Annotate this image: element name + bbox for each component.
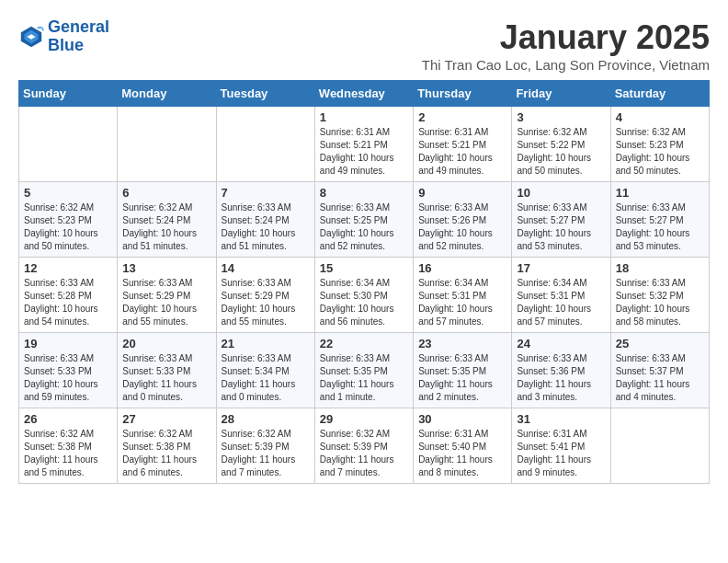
- day-info: Sunrise: 6:32 AMSunset: 5:39 PMDaylight:…: [222, 428, 310, 479]
- weekday-header-saturday: Saturday: [610, 81, 709, 107]
- day-info: Sunrise: 6:33 AMSunset: 5:33 PMDaylight:…: [24, 352, 112, 404]
- weekday-header-row: SundayMondayTuesdayWednesdayThursdayFrid…: [19, 81, 710, 107]
- day-info: Sunrise: 6:31 AMSunset: 5:40 PMDaylight:…: [418, 428, 506, 479]
- day-number: 21: [222, 337, 310, 350]
- page-header: General Blue January 2025 Thi Tran Cao L…: [18, 18, 710, 73]
- day-info: Sunrise: 6:34 AMSunset: 5:31 PMDaylight:…: [418, 277, 506, 328]
- day-number: 25: [616, 337, 704, 350]
- day-info: Sunrise: 6:31 AMSunset: 5:21 PMDaylight:…: [320, 126, 408, 178]
- calendar-cell: 21Sunrise: 6:33 AMSunset: 5:34 PMDayligh…: [216, 333, 314, 408]
- day-number: 6: [122, 186, 210, 200]
- weekday-header-sunday: Sunday: [19, 81, 118, 107]
- day-number: 11: [616, 186, 704, 200]
- day-info: Sunrise: 6:33 AMSunset: 5:35 PMDaylight:…: [320, 352, 408, 404]
- day-info: Sunrise: 6:33 AMSunset: 5:26 PMDaylight:…: [418, 201, 506, 253]
- day-number: 23: [418, 337, 506, 350]
- calendar-cell: 4Sunrise: 6:32 AMSunset: 5:23 PMDaylight…: [610, 107, 709, 182]
- day-number: 19: [24, 337, 112, 350]
- day-number: 10: [517, 186, 605, 200]
- day-info: Sunrise: 6:31 AMSunset: 5:41 PMDaylight:…: [517, 428, 605, 479]
- day-info: Sunrise: 6:31 AMSunset: 5:21 PMDaylight:…: [418, 126, 506, 178]
- day-info: Sunrise: 6:33 AMSunset: 5:24 PMDaylight:…: [222, 201, 310, 253]
- calendar-cell: 11Sunrise: 6:33 AMSunset: 5:27 PMDayligh…: [610, 182, 709, 258]
- calendar-cell: 31Sunrise: 6:31 AMSunset: 5:41 PMDayligh…: [512, 408, 610, 484]
- weekday-header-thursday: Thursday: [414, 81, 512, 107]
- calendar-cell: [216, 107, 314, 182]
- calendar-table: SundayMondayTuesdayWednesdayThursdayFrid…: [18, 80, 710, 484]
- day-info: Sunrise: 6:33 AMSunset: 5:34 PMDaylight:…: [222, 352, 310, 404]
- weekday-header-tuesday: Tuesday: [216, 81, 314, 107]
- calendar-cell: 20Sunrise: 6:33 AMSunset: 5:33 PMDayligh…: [118, 333, 216, 408]
- day-number: 12: [24, 261, 112, 275]
- day-info: Sunrise: 6:34 AMSunset: 5:30 PMDaylight:…: [320, 277, 408, 328]
- day-info: Sunrise: 6:33 AMSunset: 5:29 PMDaylight:…: [222, 277, 310, 328]
- calendar-cell: 12Sunrise: 6:33 AMSunset: 5:28 PMDayligh…: [19, 258, 118, 333]
- day-info: Sunrise: 6:32 AMSunset: 5:24 PMDaylight:…: [122, 201, 210, 253]
- day-info: Sunrise: 6:32 AMSunset: 5:39 PMDaylight:…: [320, 428, 408, 479]
- day-number: 8: [320, 186, 408, 200]
- day-info: Sunrise: 6:33 AMSunset: 5:33 PMDaylight:…: [122, 352, 210, 404]
- weekday-header-wednesday: Wednesday: [314, 81, 413, 107]
- day-info: Sunrise: 6:33 AMSunset: 5:35 PMDaylight:…: [418, 352, 506, 404]
- calendar-cell: 8Sunrise: 6:33 AMSunset: 5:25 PMDaylight…: [314, 182, 413, 258]
- calendar-cell: 28Sunrise: 6:32 AMSunset: 5:39 PMDayligh…: [216, 408, 314, 484]
- calendar-cell: 6Sunrise: 6:32 AMSunset: 5:24 PMDaylight…: [118, 182, 216, 258]
- day-number: 2: [418, 110, 506, 124]
- calendar-cell: 2Sunrise: 6:31 AMSunset: 5:21 PMDaylight…: [414, 107, 512, 182]
- day-number: 9: [418, 186, 506, 200]
- calendar-cell: [610, 408, 709, 484]
- day-number: 24: [517, 337, 605, 350]
- day-number: 28: [222, 412, 310, 426]
- day-info: Sunrise: 6:32 AMSunset: 5:38 PMDaylight:…: [122, 428, 210, 479]
- day-info: Sunrise: 6:33 AMSunset: 5:27 PMDaylight:…: [616, 201, 704, 253]
- calendar-cell: 16Sunrise: 6:34 AMSunset: 5:31 PMDayligh…: [414, 258, 512, 333]
- calendar-cell: 9Sunrise: 6:33 AMSunset: 5:26 PMDaylight…: [414, 182, 512, 258]
- day-info: Sunrise: 6:32 AMSunset: 5:38 PMDaylight:…: [24, 428, 112, 479]
- day-number: 22: [320, 337, 408, 350]
- day-info: Sunrise: 6:33 AMSunset: 5:27 PMDaylight:…: [517, 201, 605, 253]
- calendar-cell: 15Sunrise: 6:34 AMSunset: 5:30 PMDayligh…: [314, 258, 413, 333]
- calendar-cell: 29Sunrise: 6:32 AMSunset: 5:39 PMDayligh…: [314, 408, 413, 484]
- day-number: 31: [517, 412, 605, 426]
- day-info: Sunrise: 6:32 AMSunset: 5:22 PMDaylight:…: [517, 126, 605, 178]
- day-number: 20: [122, 337, 210, 350]
- calendar-cell: 27Sunrise: 6:32 AMSunset: 5:38 PMDayligh…: [118, 408, 216, 484]
- day-number: 1: [320, 110, 408, 124]
- day-info: Sunrise: 6:32 AMSunset: 5:23 PMDaylight:…: [24, 201, 112, 253]
- calendar-cell: [19, 107, 118, 182]
- calendar-cell: 10Sunrise: 6:33 AMSunset: 5:27 PMDayligh…: [512, 182, 610, 258]
- day-number: 4: [616, 110, 704, 124]
- logo-icon: [18, 24, 44, 50]
- day-info: Sunrise: 6:32 AMSunset: 5:23 PMDaylight:…: [616, 126, 704, 178]
- calendar-cell: 17Sunrise: 6:34 AMSunset: 5:31 PMDayligh…: [512, 258, 610, 333]
- day-number: 3: [517, 110, 605, 124]
- logo: General Blue: [18, 18, 109, 55]
- day-number: 29: [320, 412, 408, 426]
- calendar-week-row: 5Sunrise: 6:32 AMSunset: 5:23 PMDaylight…: [19, 182, 710, 258]
- day-number: 17: [517, 261, 605, 275]
- calendar-cell: 18Sunrise: 6:33 AMSunset: 5:32 PMDayligh…: [610, 258, 709, 333]
- day-number: 18: [616, 261, 704, 275]
- calendar-week-row: 1Sunrise: 6:31 AMSunset: 5:21 PMDaylight…: [19, 107, 710, 182]
- day-number: 5: [24, 186, 112, 200]
- weekday-header-monday: Monday: [118, 81, 216, 107]
- calendar-cell: 14Sunrise: 6:33 AMSunset: 5:29 PMDayligh…: [216, 258, 314, 333]
- calendar-cell: 5Sunrise: 6:32 AMSunset: 5:23 PMDaylight…: [19, 182, 118, 258]
- calendar-cell: 19Sunrise: 6:33 AMSunset: 5:33 PMDayligh…: [19, 333, 118, 408]
- title-section: January 2025 Thi Tran Cao Loc, Lang Son …: [422, 18, 710, 73]
- location-subtitle: Thi Tran Cao Loc, Lang Son Province, Vie…: [422, 57, 710, 73]
- day-info: Sunrise: 6:34 AMSunset: 5:31 PMDaylight:…: [517, 277, 605, 328]
- calendar-cell: 1Sunrise: 6:31 AMSunset: 5:21 PMDaylight…: [314, 107, 413, 182]
- day-number: 14: [222, 261, 310, 275]
- calendar-cell: 13Sunrise: 6:33 AMSunset: 5:29 PMDayligh…: [118, 258, 216, 333]
- day-info: Sunrise: 6:33 AMSunset: 5:29 PMDaylight:…: [122, 277, 210, 328]
- logo-text: General Blue: [48, 18, 109, 55]
- calendar-cell: 3Sunrise: 6:32 AMSunset: 5:22 PMDaylight…: [512, 107, 610, 182]
- day-number: 13: [122, 261, 210, 275]
- calendar-cell: 30Sunrise: 6:31 AMSunset: 5:40 PMDayligh…: [414, 408, 512, 484]
- day-info: Sunrise: 6:33 AMSunset: 5:32 PMDaylight:…: [616, 277, 704, 328]
- day-info: Sunrise: 6:33 AMSunset: 5:36 PMDaylight:…: [517, 352, 605, 404]
- day-number: 7: [222, 186, 310, 200]
- calendar-cell: 22Sunrise: 6:33 AMSunset: 5:35 PMDayligh…: [314, 333, 413, 408]
- calendar-week-row: 12Sunrise: 6:33 AMSunset: 5:28 PMDayligh…: [19, 258, 710, 333]
